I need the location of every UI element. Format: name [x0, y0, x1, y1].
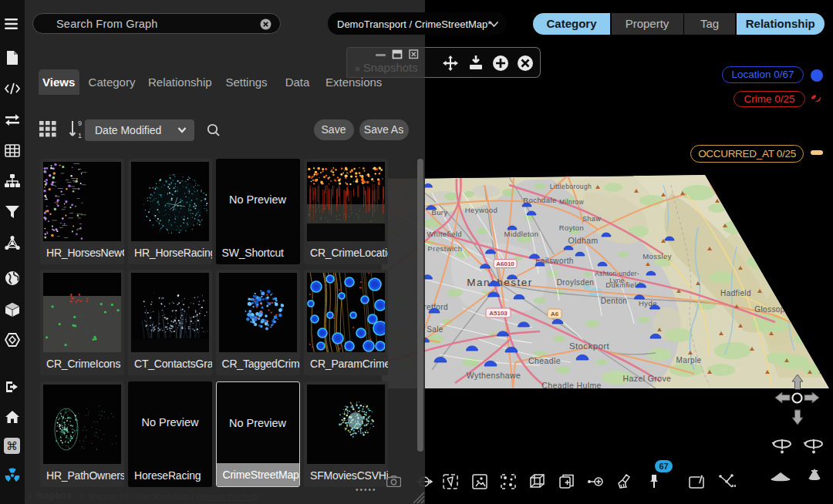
svg-text:1: 1 — [78, 132, 82, 139]
svg-text:9: 9 — [78, 119, 82, 127]
